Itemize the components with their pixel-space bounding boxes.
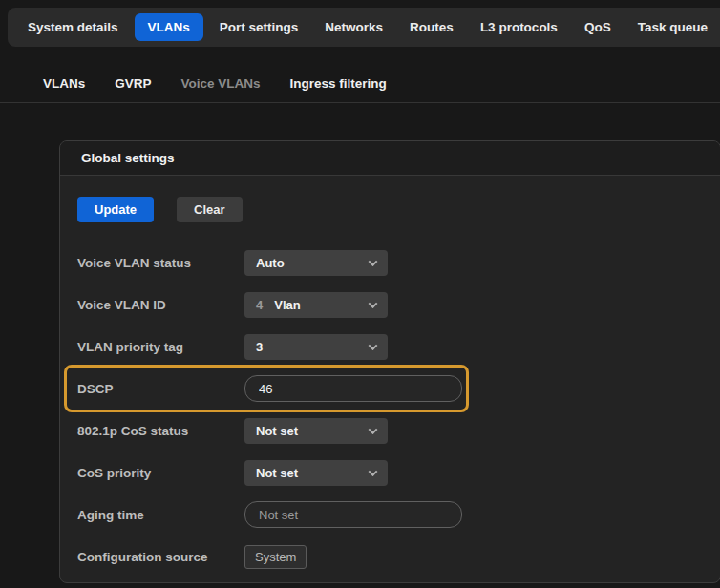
row-cos-status: 802.1p CoS status Not set (60, 410, 720, 452)
subtab-gvrp[interactable]: GVRP (115, 76, 151, 91)
vlan-priority-tag-label: VLAN priority tag (77, 340, 244, 354)
vlan-priority-tag-value: 3 (256, 340, 263, 354)
subtab-ingress-filtering[interactable]: Ingress filtering (290, 76, 387, 91)
chevron-down-icon (369, 467, 378, 476)
row-vlan-priority-tag: VLAN priority tag 3 (60, 326, 720, 368)
voice-vlan-id-select[interactable]: 4 Vlan (244, 292, 388, 318)
cos-priority-value: Not set (256, 466, 298, 480)
tab-system-details[interactable]: System details (17, 13, 129, 41)
tab-vlans[interactable]: VLANs (135, 13, 203, 41)
dscp-label: DSCP (77, 382, 244, 396)
subtab-vlans[interactable]: VLANs (43, 76, 85, 91)
row-dscp: DSCP (60, 368, 720, 410)
tab-routes[interactable]: Routes (399, 13, 464, 41)
top-navigation: System details VLANs Port settings Netwo… (8, 8, 720, 47)
tab-port-settings[interactable]: Port settings (209, 13, 309, 41)
clear-button[interactable]: Clear (177, 197, 243, 222)
voice-vlan-id-label: Voice VLAN ID (77, 298, 244, 312)
chevron-down-icon (369, 257, 378, 266)
vlan-priority-tag-select[interactable]: 3 (244, 334, 388, 360)
sub-navigation: VLANs GVRP Voice VLANs Ingress filtering (0, 65, 720, 103)
global-settings-card: Global settings Update Clear Voice VLAN … (59, 140, 720, 583)
voice-vlan-status-value: Auto (256, 256, 285, 270)
voice-vlan-status-label: Voice VLAN status (77, 256, 244, 270)
button-row: Update Clear (60, 176, 720, 222)
row-voice-vlan-status: Voice VLAN status Auto (60, 242, 720, 284)
card-title: Global settings (60, 141, 720, 176)
cos-status-value: Not set (256, 424, 298, 438)
row-aging-time: Aging time (60, 494, 720, 536)
dscp-input[interactable] (244, 375, 462, 402)
update-button[interactable]: Update (77, 197, 154, 222)
tab-networks[interactable]: Networks (314, 13, 393, 41)
aging-time-label: Aging time (77, 508, 244, 522)
row-cos-priority: CoS priority Not set (60, 452, 720, 494)
voice-vlan-id-value: Vlan (274, 298, 300, 312)
tab-l3-protocols[interactable]: L3 protocols (470, 13, 568, 41)
subtab-voice-vlans[interactable]: Voice VLANs (181, 76, 261, 91)
form-rows: Voice VLAN status Auto Voice VLAN ID 4 V… (60, 242, 720, 578)
chevron-down-icon (369, 341, 378, 350)
configuration-source-badge: System (244, 545, 307, 569)
voice-vlan-id-number: 4 (256, 298, 263, 312)
tab-task-queue[interactable]: Task queue (627, 13, 718, 41)
voice-vlan-status-select[interactable]: Auto (244, 250, 388, 276)
cos-status-label: 802.1p CoS status (77, 424, 244, 438)
row-voice-vlan-id: Voice VLAN ID 4 Vlan (60, 284, 720, 326)
chevron-down-icon (369, 299, 378, 308)
cos-priority-select[interactable]: Not set (244, 460, 388, 486)
cos-status-select[interactable]: Not set (244, 418, 388, 444)
aging-time-input[interactable] (244, 501, 462, 528)
cos-priority-label: CoS priority (77, 466, 244, 480)
chevron-down-icon (369, 425, 378, 434)
configuration-source-label: Configuration source (77, 550, 244, 564)
tab-qos[interactable]: QoS (574, 13, 622, 41)
row-configuration-source: Configuration source System (60, 536, 720, 578)
